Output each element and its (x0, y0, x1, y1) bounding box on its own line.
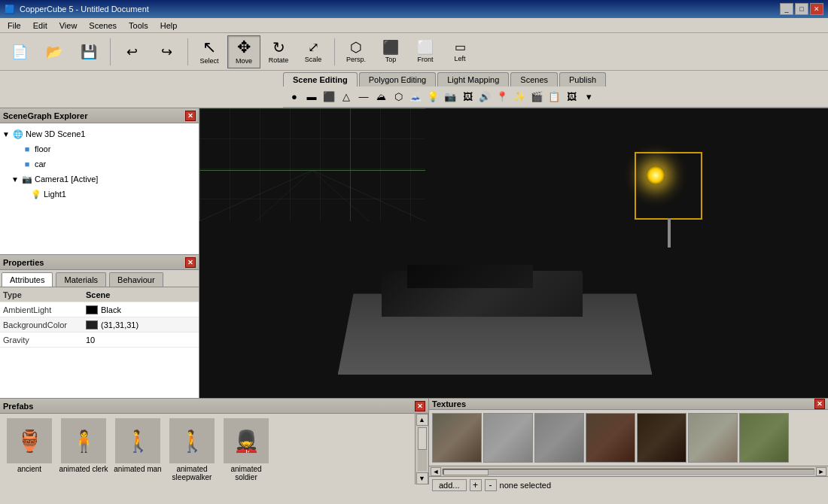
texture-5[interactable] (637, 413, 686, 463)
maximize-button[interactable]: □ (795, 3, 808, 15)
menu-file[interactable]: File (2, 20, 27, 32)
tb-waypoint-icon[interactable]: 📍 (494, 89, 510, 105)
open-file-button[interactable]: 📂 (38, 35, 71, 68)
front-label: Front (417, 56, 433, 63)
prefab-ancient[interactable]: 🏺 ancient (3, 417, 56, 475)
prop-tab-behaviour[interactable]: Behaviour (109, 272, 163, 287)
prefabs-scroll-up[interactable]: ▲ (416, 414, 428, 426)
left-label: Left (454, 55, 465, 62)
tb-camera-icon[interactable]: 📷 (442, 89, 458, 105)
scenegraph-close-button[interactable]: ✕ (185, 111, 196, 121)
prefab-soldier[interactable]: 💂 animated soldier (220, 417, 272, 483)
texture-1[interactable] (432, 413, 482, 463)
prop-ambient-row: AmbientLight Black (0, 302, 199, 317)
minimize-button[interactable]: _ (780, 3, 793, 15)
tree-item-scene[interactable]: ▼ 🌐 New 3D Scene1 (2, 126, 197, 141)
tb-billboard-icon[interactable]: 🖼 (459, 89, 476, 105)
tb-heightmap-icon[interactable]: 🗻 (407, 89, 424, 105)
tb-cube-icon[interactable]: ⬛ (321, 89, 337, 105)
redo-button[interactable]: ↪ (150, 35, 183, 68)
textures-panel: Textures ✕ ◄ ► add... + (429, 399, 828, 484)
toolbar-separator-3 (334, 38, 335, 65)
texture-7[interactable] (739, 413, 789, 463)
tab-light-mapping[interactable]: Light Mapping (437, 72, 509, 87)
tb-terrain-icon[interactable]: ⛰ (373, 89, 389, 105)
ambient-color-swatch[interactable] (86, 305, 98, 314)
prefabs-scroll-down[interactable]: ▼ (416, 472, 428, 484)
tab-polygon-editing[interactable]: Polygon Editing (359, 72, 436, 87)
persp-view-button[interactable]: ⬡ Persp. (339, 35, 373, 68)
textures-add-button[interactable]: add... (432, 479, 467, 491)
left-view-icon: ▭ (455, 41, 466, 53)
tb-line-icon[interactable]: — (355, 89, 372, 105)
save-file-button[interactable]: 💾 (72, 35, 105, 68)
texture-4[interactable] (586, 413, 635, 463)
prop-tab-materials[interactable]: Materials (56, 272, 106, 287)
tb-2doverlay-icon[interactable]: 🖼 (563, 89, 580, 105)
prefabs-scroll-thumb[interactable] (418, 427, 427, 450)
window-title: CopperCube 5 - Untitled Document (20, 5, 149, 14)
prefab-animated-man[interactable]: 🚶 animated man (111, 417, 164, 475)
top-view-button[interactable]: ⬛ Top (374, 35, 407, 68)
rotate-icon: ↻ (272, 40, 285, 55)
prefab-animated-clerk[interactable]: 🧍 animated clerk (57, 417, 110, 475)
tree-item-light[interactable]: 💡 Light1 (20, 187, 197, 202)
main-area: SceneGraph Explorer ✕ ▼ 🌐 New 3D Scene1 … (0, 108, 828, 398)
tab-scenes[interactable]: Scenes (510, 72, 558, 87)
scenegraph-content: ▼ 🌐 New 3D Scene1 ■ floor ■ car (0, 123, 199, 254)
textures-plus-button[interactable]: + (470, 479, 482, 491)
tb-sound-icon[interactable]: 🔊 (476, 89, 493, 105)
move-tool-button[interactable]: ✥ Move (227, 35, 260, 68)
prefab-sleepwalker[interactable]: 🚶 animated sleepwalker (166, 417, 218, 483)
prefab-ancient-thumb: 🏺 (7, 418, 52, 463)
menu-tools[interactable]: Tools (123, 20, 154, 32)
bgcolor-color-swatch[interactable] (86, 320, 98, 329)
close-button[interactable]: ✕ (810, 3, 823, 15)
prefab-clerk-thumb: 🧍 (61, 418, 106, 463)
tb-mesh-icon[interactable]: ⬡ (390, 89, 406, 105)
tex-scroll-right[interactable]: ► (816, 467, 826, 476)
menu-edit[interactable]: Edit (27, 20, 53, 32)
texture-6[interactable] (688, 413, 738, 463)
front-view-button[interactable]: ⬜ Front (409, 35, 442, 68)
tab-scene-editing[interactable]: Scene Editing (283, 72, 358, 87)
left-view-button[interactable]: ▭ Left (443, 35, 476, 68)
select-tool-button[interactable]: ↖ Select (193, 35, 226, 68)
tb-cone-icon[interactable]: △ (338, 89, 355, 105)
menu-help[interactable]: Help (154, 20, 184, 32)
persp-icon: ⬡ (350, 41, 362, 54)
textures-close-button[interactable]: ✕ (814, 399, 825, 409)
tab-publish[interactable]: Publish (559, 72, 606, 87)
texture-2[interactable] (483, 413, 533, 463)
menu-view[interactable]: View (53, 20, 84, 32)
prefabs-close-button[interactable]: ✕ (415, 401, 425, 411)
scene-toolbar-area: Scene Editing Polygon Editing Light Mapp… (0, 71, 828, 108)
tree-item-floor[interactable]: ■ floor (11, 141, 197, 156)
undo-button[interactable]: ↩ (115, 35, 148, 68)
scale-tool-button[interactable]: ⤢ Scale (297, 35, 330, 68)
rotate-tool-button[interactable]: ↻ Rotate (262, 35, 295, 68)
open-file-icon: 📂 (46, 45, 62, 59)
prop-gravity-row: Gravity 10 (0, 332, 199, 348)
menu-scenes[interactable]: Scenes (83, 20, 123, 32)
tree-item-camera[interactable]: ▼ 📷 Camera1 [Active] (11, 172, 197, 187)
gravity-value-text: 10 (86, 335, 95, 345)
tb-sphere-icon[interactable]: ● (286, 89, 303, 105)
tree-item-car[interactable]: ■ car (11, 156, 197, 172)
tex-scroll-left[interactable]: ◄ (431, 467, 441, 476)
tb-plane-icon[interactable]: ▬ (303, 89, 320, 105)
tb-overlay-icon[interactable]: 📋 (546, 89, 562, 105)
textures-minus-button[interactable]: - (485, 479, 497, 491)
tb-more-icon[interactable]: ▾ (580, 89, 597, 105)
texture-3[interactable] (534, 413, 584, 463)
tb-video-icon[interactable]: 🎬 (528, 89, 545, 105)
properties-close-button[interactable]: ✕ (185, 257, 196, 268)
tb-particle-icon[interactable]: ✨ (511, 89, 528, 105)
viewport[interactable] (199, 108, 828, 398)
tb-light-icon[interactable]: 💡 (425, 89, 441, 105)
prefab-clerk-label: animated clerk (59, 465, 108, 473)
tex-scroll-thumb[interactable] (443, 469, 489, 475)
new-file-button[interactable]: 📄 (3, 35, 36, 68)
bgcolor-color-text: (31,31,31) (101, 320, 139, 329)
prop-tab-attributes[interactable]: Attributes (2, 272, 53, 287)
